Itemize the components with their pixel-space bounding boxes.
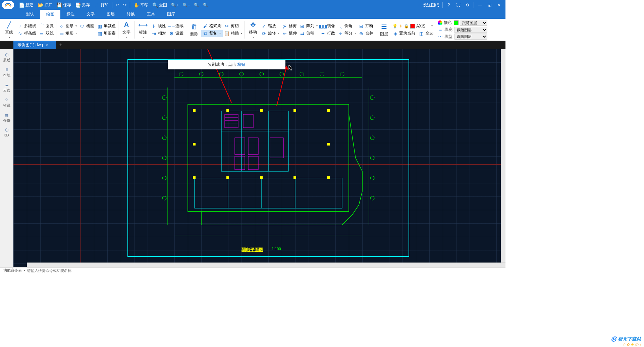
menu-default[interactable]: 默认 bbox=[20, 10, 40, 19]
extend-button[interactable]: ⇤延伸 bbox=[281, 30, 298, 37]
help-button[interactable]: ? bbox=[444, 0, 453, 10]
bulb-icon: 💡 bbox=[392, 24, 397, 28]
dim-button[interactable]: ⟷标注▾ bbox=[137, 20, 149, 40]
zoomin-button[interactable]: 🔍+ bbox=[169, 0, 180, 10]
ellipse-button[interactable]: ⬭椭圆 bbox=[78, 23, 96, 30]
maximize-button[interactable]: ◱ bbox=[485, 0, 494, 10]
rotate-icon: ⟳ bbox=[261, 31, 267, 36]
sidebar-item-recent[interactable]: ◷最近 bbox=[0, 51, 13, 64]
menu-layer[interactable]: 图层 bbox=[101, 10, 121, 19]
scrollbar-vertical[interactable] bbox=[501, 49, 505, 263]
fullscreen-button[interactable]: ⛶ bbox=[453, 0, 463, 10]
sidebar-item-favorite[interactable]: ☆收藏 bbox=[0, 96, 13, 109]
break-icon: ⊟ bbox=[359, 23, 364, 29]
menu-library[interactable]: 图库 bbox=[161, 10, 181, 19]
dline-button[interactable]: ═双线 bbox=[38, 30, 55, 37]
layer-select[interactable]: 💡☀🔒AXIS▾ bbox=[391, 23, 435, 30]
undo-button[interactable]: ↶ bbox=[114, 0, 121, 10]
redo-button[interactable]: ↷ bbox=[121, 0, 128, 10]
toast-paste-link[interactable]: 粘贴 bbox=[237, 62, 245, 67]
array-icon: ⊞ bbox=[300, 23, 305, 29]
offset-button[interactable]: ⇉偏移 bbox=[298, 30, 319, 37]
formatbrush-button[interactable]: 🖌格式刷 bbox=[201, 23, 223, 30]
file-tab-add[interactable]: + bbox=[56, 42, 65, 48]
linetype-prop[interactable]: ⋯线型跟随图层 bbox=[437, 33, 488, 40]
command-input[interactable] bbox=[25, 269, 503, 273]
explode-button[interactable]: ✦打散 bbox=[319, 30, 336, 37]
arc-button[interactable]: ⌒圆弧 bbox=[38, 23, 55, 30]
settings-button[interactable]: ⚙ bbox=[463, 0, 472, 10]
continuous-button[interactable]: ⊢⊣连续 bbox=[167, 23, 185, 30]
cut-button[interactable]: ✂剪切 bbox=[223, 23, 244, 30]
relative-button[interactable]: ⇥相对 bbox=[150, 30, 167, 37]
line-button[interactable]: ╱直线▾ bbox=[3, 20, 15, 40]
sidebar-item-cloud[interactable]: ☁云盘 bbox=[0, 81, 13, 94]
circle-button[interactable]: ○圆形▾ bbox=[57, 23, 78, 30]
break-button[interactable]: ⊟打断 bbox=[357, 23, 375, 30]
zoomprev-button[interactable]: 🔍 bbox=[201, 0, 210, 10]
delete-button[interactable]: 🗑删除 bbox=[188, 22, 200, 38]
scrollbar-horizontal[interactable] bbox=[27, 263, 505, 267]
dimsettings-button[interactable]: ⚙设置 bbox=[167, 30, 185, 37]
svg-point-20 bbox=[370, 116, 374, 120]
rotate-button[interactable]: ⟳旋转▾ bbox=[260, 30, 281, 37]
fillet-button[interactable]: ◟倒角 bbox=[336, 23, 357, 30]
save-button[interactable]: 💾保存 bbox=[54, 0, 73, 10]
linear-button[interactable]: ⊦线性 bbox=[150, 23, 167, 30]
move-icon: ✥ bbox=[249, 21, 257, 29]
equal-button[interactable]: ÷等分▾ bbox=[336, 30, 357, 37]
zoomwin-button[interactable]: 🔍 bbox=[192, 0, 201, 10]
move-button[interactable]: ✥移动▾ bbox=[247, 20, 259, 40]
print-button[interactable]: 🖨打印 bbox=[92, 0, 111, 10]
color-label: 颜色 bbox=[444, 20, 452, 25]
polyline-button[interactable]: ⟋多段线 bbox=[16, 23, 38, 30]
svg-point-19 bbox=[370, 96, 374, 100]
file-tab-close[interactable]: × bbox=[46, 43, 48, 47]
menu-convert[interactable]: 转换 bbox=[121, 10, 141, 19]
linewidth-select[interactable]: 跟随图层 bbox=[454, 27, 487, 33]
saveas-label: 另存 bbox=[82, 2, 90, 8]
color-select[interactable]: 跟随图层 bbox=[460, 20, 487, 26]
selectall-button[interactable]: ◫全选 bbox=[417, 30, 435, 37]
close-button[interactable]: ✕ bbox=[494, 0, 503, 10]
offset-icon: ⇉ bbox=[300, 31, 305, 36]
fillpattern-button[interactable]: ▩填图案 bbox=[96, 30, 117, 37]
send-button[interactable]: ↗发送图纸 bbox=[414, 0, 441, 10]
chevron-down-icon: ▾ bbox=[316, 24, 318, 27]
copy-button[interactable]: ⧉复制▾ bbox=[201, 30, 223, 37]
chevron-down-icon: ▾ bbox=[126, 36, 127, 39]
fit-button[interactable]: 🔍全图 bbox=[150, 0, 169, 10]
text-button[interactable]: A文字▾ bbox=[120, 20, 132, 40]
linetype-select[interactable]: 跟随图层 bbox=[454, 34, 487, 40]
scale-button[interactable]: ⤢缩放 bbox=[260, 23, 281, 30]
open-button[interactable]: 📂打开 bbox=[36, 0, 54, 10]
pan-button[interactable]: ✋平移 bbox=[131, 0, 150, 10]
linewidth-prop[interactable]: ≡线宽跟随图层 bbox=[437, 26, 488, 33]
drawing-canvas[interactable]: 弱电平面图 1:100 复制成功，点击 粘贴 bbox=[13, 49, 505, 267]
color-prop[interactable]: 颜色跟随图层 bbox=[437, 19, 488, 26]
saveas-button[interactable]: 📑另存 bbox=[73, 0, 92, 10]
sidebar-item-local[interactable]: 🖥本地 bbox=[0, 66, 13, 79]
menu-annotate[interactable]: 标注 bbox=[60, 10, 80, 19]
dline-label: 双线 bbox=[46, 31, 54, 36]
menu-tools[interactable]: 工具 bbox=[141, 10, 161, 19]
trim-button[interactable]: ⊁修剪 bbox=[281, 23, 298, 30]
mirror-button[interactable]: ◧◨镜像 bbox=[319, 23, 336, 30]
file-tab[interactable]: 示例图(1).dwg × bbox=[13, 41, 56, 49]
layers-button[interactable]: ☰图层 bbox=[378, 22, 390, 38]
new-button[interactable]: 📄新建 bbox=[17, 0, 36, 10]
menu-text[interactable]: 文字 bbox=[80, 10, 101, 19]
menu-draw[interactable]: 绘图 bbox=[40, 10, 60, 19]
fillcolor-button[interactable]: ▦填颜色 bbox=[96, 23, 117, 30]
minimize-button[interactable]: — bbox=[475, 0, 485, 10]
setcurrent-button[interactable]: ◈置为当前 bbox=[391, 30, 417, 37]
sidebar-item-backup[interactable]: ▦备份 bbox=[0, 111, 13, 124]
rect-button[interactable]: ▭矩形▾ bbox=[57, 30, 78, 37]
merge-button[interactable]: ⊕合并 bbox=[357, 30, 375, 37]
chevron-down-icon: ▾ bbox=[143, 36, 144, 39]
spline-button[interactable]: ∿样条线 bbox=[16, 30, 38, 37]
zoomout-button[interactable]: 🔍− bbox=[180, 0, 192, 10]
paste-button[interactable]: 📋粘贴▾ bbox=[223, 30, 244, 37]
array-button[interactable]: ⊞阵列▾ bbox=[298, 23, 319, 30]
sidebar-item-3d[interactable]: ⬡3D bbox=[0, 126, 13, 138]
